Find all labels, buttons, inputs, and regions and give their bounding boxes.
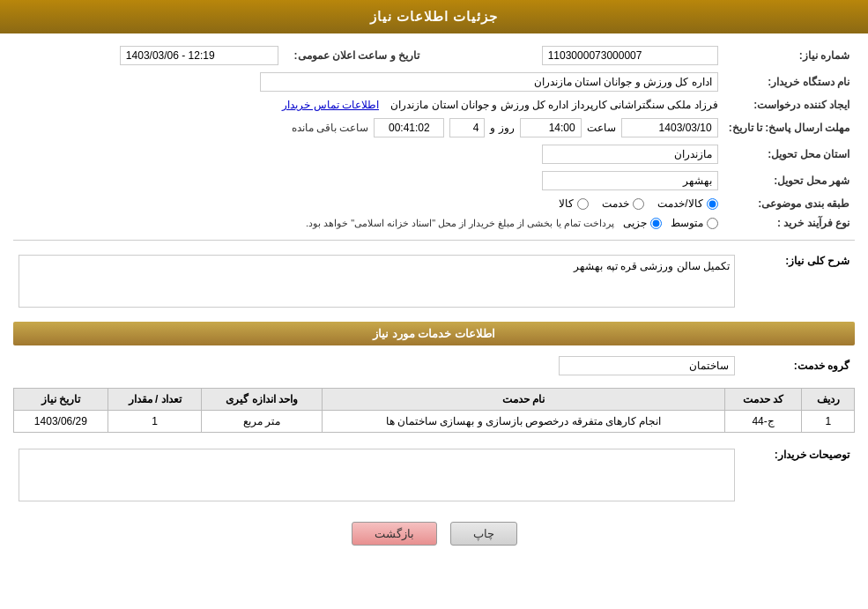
category-option-kala[interactable]: کالا [559,197,589,210]
print-button[interactable]: چاپ [450,522,517,546]
service-group-value: ساختمان [559,356,735,375]
buyer-notes-label: توصیحات خریدار: [740,442,855,509]
category-cell: کالا/خدمت خدمت کالا [13,194,723,213]
need-number-value: 1103000073000007 [542,46,718,65]
buyer-notes-box [19,449,735,501]
reply-time-label: ساعت [587,122,616,134]
page-header: جزئیات اطلاعات نیاز [0,0,868,33]
col-header-code: کد حدمت [724,389,802,411]
col-header-date: تاریخ نیاز [14,389,108,411]
delivery-city-label: شهر محل تحویل: [723,167,855,194]
reply-days: 4 [449,118,485,137]
category-label: طبقه بندی موضوعی: [723,194,855,213]
services-section: ردیف کد حدمت نام حدمت واحد اندازه گیری ت… [13,388,855,433]
need-desc-area: تکمیل سالن ورزشی قره تپه بهشهر [19,255,735,308]
delivery-province-cell: مازندران [13,141,723,167]
table-row: 1ج-44انجام کارهای متفرقه درخصوص بازسازی … [14,411,855,433]
delivery-province-value: مازندران [542,145,718,164]
need-desc-box: تکمیل سالن ورزشی قره تپه بهشهر [19,255,735,308]
back-button[interactable]: بازگشت [352,522,437,546]
purchase-note: پرداخت تمام یا بخشی از مبلغ خریدار از مح… [306,218,614,229]
announce-datetime-label: تاریخ و ساعت اعلان عمومی: [284,42,425,69]
main-content: شماره نیاز: 1103000073000007 تاریخ و ساع… [0,33,868,563]
buyer-notes-cell [13,442,740,509]
need-desc-table: شرح کلی نیاز: تکمیل سالن ورزشی قره تپه ب… [13,248,855,315]
buyer-org-label: نام دستگاه خریدار: [723,69,855,95]
need-number-cell: 1103000073000007 [425,42,723,69]
table-cell-code: ج-44 [724,411,802,433]
reply-time: 14:00 [520,118,582,137]
delivery-city-cell: بهشهر [13,167,723,194]
buyer-org-value: اداره کل ورزش و جوانان استان مازندران [260,72,718,92]
purchase-option-label: جزیی [623,217,647,229]
category-option-kala-khadamat[interactable]: کالا/خدمت [657,197,717,210]
basic-info-table: شماره نیاز: 1103000073000007 تاریخ و ساع… [13,42,855,233]
need-desc-label: شرح کلی نیاز: [740,248,855,315]
col-header-unit: واحد اندازه گیری [202,389,323,411]
service-group-cell: ساختمان [13,353,740,379]
table-cell-name: انجام کارهای متفرقه درخصوص بازسازی و بهس… [323,411,725,433]
buyer-org-cell: اداره کل ورزش و جوانان استان مازندران [13,69,723,95]
delivery-province-label: استان محل تحویل: [723,141,855,167]
col-header-row: ردیف [802,389,855,411]
table-cell-quantity: 1 [108,411,202,433]
category-option-label: خدمت [602,197,629,210]
category-option-label: کالا/خدمت [657,197,702,210]
need-number-label: شماره نیاز: [723,42,855,69]
reply-days-label: روز و [490,122,514,134]
purchase-option-motavaset[interactable]: متوسط [671,217,718,229]
delivery-city-value: بهشهر [542,171,718,190]
announce-datetime-cell: 1403/03/06 - 12:19 [13,42,284,69]
page-title: جزئیات اطلاعات نیاز [370,9,498,24]
category-option-label: کالا [559,197,574,210]
service-group-table: گروه خدمت: ساختمان [13,353,855,379]
divider-1 [13,240,855,241]
contact-link[interactable]: اطلاعات تماس خریدار [282,99,379,111]
need-desc-cell: تکمیل سالن ورزشی قره تپه بهشهر [13,248,740,315]
buyer-notes-table: توصیحات خریدار: [13,442,855,509]
reply-deadline-cell: 1403/03/10 ساعت 14:00 روز و 4 00:41:02 س… [13,115,723,141]
table-cell-row: 1 [802,411,855,433]
services-table: ردیف کد حدمت نام حدمت واحد اندازه گیری ت… [13,388,855,433]
page-container: جزئیات اطلاعات نیاز شماره نیاز: 11030000… [0,0,868,609]
table-cell-unit: متر مربع [202,411,323,433]
services-section-title: اطلاعات خدمات مورد نیاز [13,322,855,345]
purchase-option-jozii[interactable]: جزیی [623,217,662,229]
col-header-quantity: تعداد / مقدار [108,389,202,411]
purchase-type-label: نوع فرآیند خرید : [723,213,855,233]
requester-label: ایجاد کننده درخواست: [723,95,855,115]
category-option-khadamat[interactable]: خدمت [602,197,644,210]
col-header-name: نام حدمت [323,389,725,411]
table-cell-date: 1403/06/29 [14,411,108,433]
remaining-label: ساعت باقی مانده [292,122,369,134]
buttons-row: بازگشت چاپ [13,522,855,546]
requester-value: فرزاد ملکی سنگتراشانی کارپرداز اداره کل … [390,99,717,111]
purchase-type-cell: متوسط جزیی پرداخت تمام یا بخشی از مبلغ خ… [13,213,723,233]
announce-datetime-value: 1403/03/06 - 12:19 [120,46,278,65]
requester-cell: فرزاد ملکی سنگتراشانی کارپرداز اداره کل … [13,95,723,115]
remaining-time-value: 00:41:02 [374,118,444,137]
need-desc-value: تکمیل سالن ورزشی قره تپه بهشهر [574,260,730,272]
reply-deadline-label: مهلت ارسال پاسخ: تا تاریخ: [723,115,855,141]
purchase-option-label: متوسط [671,217,703,229]
service-group-label: گروه خدمت: [740,353,855,379]
reply-date: 1403/03/10 [621,118,718,137]
